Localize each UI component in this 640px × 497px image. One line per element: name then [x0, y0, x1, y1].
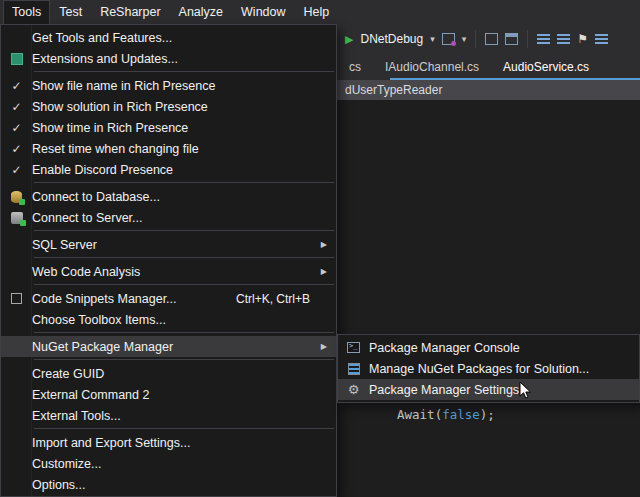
nuget-submenu-item-package-manager-settings[interactable]: ⚙Package Manager Settings [338, 379, 639, 400]
tools-menu-item-web-code-analysis[interactable]: Web Code Analysis▶ [1, 261, 336, 282]
server-icon [11, 212, 23, 224]
menu-item-label: External Command 2 [32, 388, 149, 402]
tools-menu-item-get-tools-and-features[interactable]: Get Tools and Features... [1, 27, 336, 48]
new-window-icon[interactable] [505, 33, 518, 45]
tab-cs[interactable]: cs [337, 54, 373, 80]
menu-item-label: External Tools... [32, 409, 121, 423]
chevron-down-icon[interactable]: ▾ [462, 34, 467, 44]
menu-separator [34, 71, 334, 72]
snippets-icon [11, 293, 22, 304]
tools-menu-item-show-solution-in-rich-presence[interactable]: ✓Show solution in Rich Presence [1, 96, 336, 117]
menubar-item-resharper[interactable]: ReSharper [91, 0, 169, 24]
submenu-arrow-icon: ▶ [321, 240, 336, 249]
tools-menu-item-import-and-export-settings[interactable]: Import and Export Settings... [1, 432, 336, 453]
menu-item-label: Options... [32, 478, 86, 492]
menu-item-label: Get Tools and Features... [32, 31, 172, 45]
menu-item-label: Code Snippets Manager... [32, 292, 177, 306]
menu-gutter: ✓ [1, 143, 32, 155]
menu-item-label: Choose Toolbox Items... [32, 313, 166, 327]
menu-item-label: Import and Export Settings... [32, 436, 190, 450]
tools-menu-item-reset-time-when-changing-file[interactable]: ✓Reset time when changing file [1, 138, 336, 159]
menu-separator [34, 182, 334, 183]
check-icon: ✓ [11, 80, 21, 92]
menu-item-label: SQL Server [32, 238, 97, 252]
tab-strip: csIAudioChannel.csAudioService.cs [337, 54, 640, 80]
tab-iaudiochannel-cs[interactable]: IAudioChannel.cs [373, 54, 491, 80]
menu-item-label: Manage NuGet Packages for Solution... [369, 362, 589, 376]
tools-menu-item-external-tools[interactable]: External Tools... [1, 405, 336, 426]
check-icon: ✓ [11, 101, 21, 113]
bookmark-list-icon[interactable] [595, 34, 608, 45]
chevron-down-icon[interactable]: ▾ [430, 34, 435, 44]
menubar-item-window[interactable]: Window [232, 0, 294, 24]
check-icon: ✓ [11, 122, 21, 134]
menu-item-label: Package Manager Console [369, 341, 520, 355]
tools-menu-item-show-time-in-rich-presence[interactable]: ✓Show time in Rich Presence [1, 117, 336, 138]
start-debugging-icon[interactable]: ▶ [345, 34, 353, 45]
tools-menu-item-create-guid[interactable]: Create GUID [1, 363, 336, 384]
tools-menu-item-connect-to-server[interactable]: Connect to Server... [1, 207, 336, 228]
tools-menu-item-customize[interactable]: Customize... [1, 453, 336, 474]
nuget-submenu: Package Manager ConsoleManage NuGet Pack… [337, 334, 640, 403]
menu-separator [34, 428, 334, 429]
indent-icon[interactable] [537, 34, 550, 45]
tools-menu-item-external-command-2[interactable]: External Command 2 [1, 384, 336, 405]
bookmark-icon[interactable]: ⚑ [577, 33, 588, 45]
menu-item-label: Extensions and Updates... [32, 52, 178, 66]
navigation-bar: dUserTypeReader [337, 80, 640, 100]
menubar-item-tools[interactable]: Tools [3, 0, 50, 24]
open-file-icon[interactable] [485, 33, 498, 45]
menubar: ToolsTestReSharperAnalyzeWindowHelp [0, 0, 640, 24]
menubar-item-test[interactable]: Test [50, 0, 91, 24]
menu-separator [34, 257, 334, 258]
tools-menu-item-code-snippets-manager[interactable]: Code Snippets Manager...Ctrl+K, Ctrl+B [1, 288, 336, 309]
menu-gutter [338, 363, 369, 375]
menu-item-label: Create GUID [32, 367, 104, 381]
tools-menu-item-options[interactable]: Options... [1, 474, 336, 495]
nuget-submenu-item-manage-nuget-packages-for-solution[interactable]: Manage NuGet Packages for Solution... [338, 358, 639, 379]
menu-separator [34, 230, 334, 231]
toolbar-separator [475, 30, 476, 48]
menu-gutter: ✓ [1, 164, 32, 176]
tools-menu-item-show-file-name-in-rich-presence[interactable]: ✓Show file name in Rich Presence [1, 75, 336, 96]
tools-menu-item-choose-toolbox-items[interactable]: Choose Toolbox Items... [1, 309, 336, 330]
menu-gutter: ✓ [1, 101, 32, 113]
menu-gutter [1, 191, 32, 203]
member-dropdown[interactable]: dUserTypeReader [345, 83, 442, 97]
menubar-item-help[interactable]: Help [295, 0, 339, 24]
tools-menu-item-connect-to-database[interactable]: Connect to Database... [1, 186, 336, 207]
database-icon [11, 191, 22, 203]
packages-icon [348, 363, 360, 375]
menu-item-label: Web Code Analysis [32, 265, 140, 279]
submenu-arrow-icon: ▶ [321, 342, 336, 351]
console-icon [347, 342, 360, 353]
menubar-item-analyze[interactable]: Analyze [170, 0, 232, 24]
menu-gutter: ⚙ [338, 384, 369, 396]
nuget-submenu-item-package-manager-console[interactable]: Package Manager Console [338, 337, 639, 358]
menu-item-shortcut: Ctrl+K, Ctrl+B [236, 292, 336, 306]
extensions-icon [11, 53, 23, 65]
attach-icon[interactable] [442, 33, 455, 45]
check-icon: ✓ [11, 143, 21, 155]
menu-item-label: Enable Discord Presence [32, 163, 173, 177]
tools-menu-item-extensions-and-updates[interactable]: Extensions and Updates... [1, 48, 336, 69]
code-text: Await( [397, 407, 442, 422]
menu-item-label: Show file name in Rich Presence [32, 79, 215, 93]
menu-gutter: ✓ [1, 80, 32, 92]
menu-item-label: Show time in Rich Presence [32, 121, 188, 135]
menu-item-label: NuGet Package Manager [32, 340, 173, 354]
tools-menu-item-nuget-package-manager[interactable]: NuGet Package Manager▶ [1, 336, 336, 357]
tools-menu: Get Tools and Features...Extensions and … [0, 24, 337, 497]
run-configuration-label[interactable]: DNetDebug [360, 32, 423, 46]
submenu-arrow-icon: ▶ [321, 267, 336, 276]
menu-gutter [1, 212, 32, 224]
tools-menu-item-enable-discord-presence[interactable]: ✓Enable Discord Presence [1, 159, 336, 180]
menu-item-label: Package Manager Settings [369, 383, 519, 397]
menu-item-label: Show solution in Rich Presence [32, 100, 208, 114]
menu-item-label: Customize... [32, 457, 101, 471]
menu-gutter [1, 53, 32, 65]
tools-menu-item-sql-server[interactable]: SQL Server▶ [1, 234, 336, 255]
outdent-icon[interactable] [557, 34, 570, 45]
tab-audioservice-cs[interactable]: AudioService.cs [491, 54, 601, 80]
menu-separator [34, 359, 334, 360]
